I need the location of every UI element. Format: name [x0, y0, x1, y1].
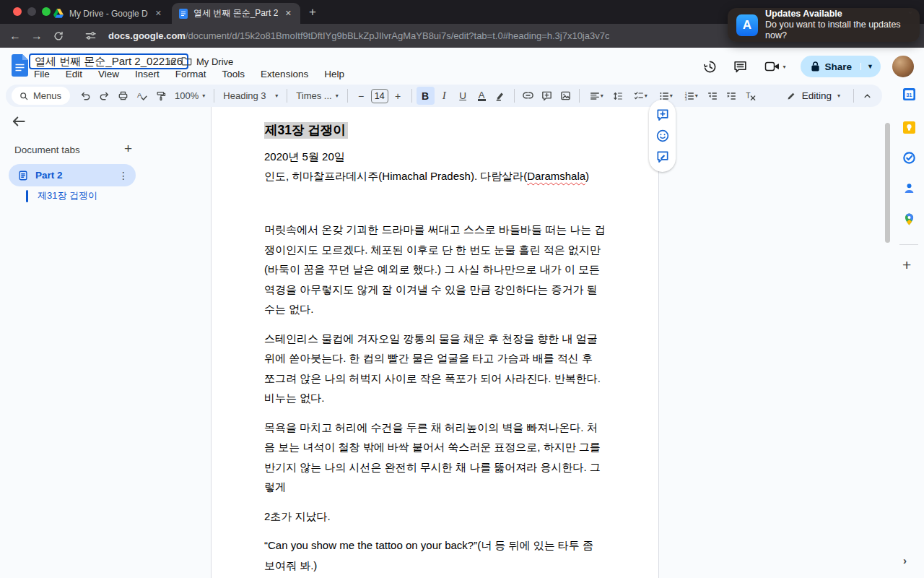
- reload-button[interactable]: [48, 30, 69, 42]
- italic-button[interactable]: I: [435, 87, 453, 105]
- font-size-value: 14: [375, 91, 385, 101]
- tab-document-icon: [17, 170, 29, 181]
- zoom-select[interactable]: 100%▾: [170, 87, 209, 105]
- menus-search-pill[interactable]: Menus: [12, 87, 70, 105]
- emoji-reaction-button[interactable]: [655, 129, 670, 143]
- new-tab-button[interactable]: +: [309, 7, 316, 18]
- doc-paragraph: 2초가 지났다.: [264, 506, 606, 527]
- styles-select[interactable]: Heading 3▾: [219, 87, 282, 105]
- doc-location-line: 인도, 히마찰프라데시주(Himachal Pradesh). 다람살라(Dar…: [264, 166, 606, 186]
- tab-close-icon[interactable]: ✕: [284, 9, 293, 18]
- add-comment-float-button[interactable]: [655, 108, 670, 122]
- hide-menus-button[interactable]: [858, 87, 876, 105]
- tab-title: 열세 번째 몬순_Part 2_022126: [193, 7, 278, 20]
- checklist-button[interactable]: ▾: [628, 87, 653, 105]
- bold-button[interactable]: B: [417, 87, 435, 105]
- hide-side-panel-icon[interactable]: ›: [903, 554, 907, 566]
- highlight-color-button[interactable]: [492, 87, 510, 105]
- add-comment-button[interactable]: [538, 87, 556, 105]
- contacts-icon[interactable]: [902, 181, 916, 195]
- tab-options-icon[interactable]: ⋮: [118, 170, 128, 181]
- undo-button[interactable]: [77, 87, 95, 105]
- document-page[interactable]: 제31장 겁쟁이 2020년 5월 20일 인도, 히마찰프라데시주(Himac…: [211, 107, 659, 578]
- minimize-window-button[interactable]: [27, 7, 36, 16]
- document-content[interactable]: 제31장 겁쟁이 2020년 5월 20일 인도, 히마찰프라데시주(Himac…: [212, 107, 658, 578]
- text-color-button[interactable]: A: [473, 87, 491, 105]
- numbered-list-button[interactable]: 123 ▾: [679, 87, 703, 105]
- print-button[interactable]: [114, 87, 132, 105]
- document-scrollbar[interactable]: [885, 123, 890, 243]
- underline-button[interactable]: U: [454, 87, 472, 105]
- side-panel-divider: [899, 244, 918, 245]
- tab-close-icon[interactable]: ✕: [154, 9, 163, 18]
- active-heading-indicator: [26, 190, 28, 202]
- forward-button[interactable]: →: [26, 30, 48, 43]
- account-avatar[interactable]: [892, 56, 914, 77]
- font-select[interactable]: Times ...▾: [292, 87, 342, 105]
- tab-docs-document[interactable]: 열세 번째 몬순_Part 2_022126 ✕: [172, 3, 300, 24]
- calendar-icon[interactable]: 31: [902, 87, 916, 101]
- menu-format[interactable]: Format: [175, 69, 206, 79]
- menu-extensions[interactable]: Extensions: [261, 69, 308, 79]
- document-title-input[interactable]: 열세 번째 몬순_Part 2_022126: [29, 53, 188, 69]
- menu-tools[interactable]: Tools: [222, 69, 245, 79]
- maps-icon[interactable]: [902, 212, 916, 226]
- paint-format-button[interactable]: [152, 87, 170, 105]
- video-call-dropdown-icon[interactable]: ▾: [783, 64, 786, 70]
- font-size-increase-button[interactable]: +: [389, 87, 407, 105]
- spellcheck-button[interactable]: A: [133, 87, 151, 105]
- notification-message: Do you want to install the updates now?: [765, 20, 911, 41]
- tab-my-drive[interactable]: My Drive - Google Drive ✕: [46, 3, 170, 24]
- share-button-main[interactable]: Share: [801, 61, 861, 72]
- macos-notification[interactable]: A Updates Available Do you want to insta…: [728, 8, 920, 42]
- menu-view[interactable]: View: [98, 69, 119, 79]
- menu-help[interactable]: Help: [324, 69, 344, 79]
- insert-link-button[interactable]: [519, 87, 537, 105]
- insert-image-button[interactable]: [557, 87, 575, 105]
- document-tab-part2[interactable]: Part 2 ⋮: [9, 164, 136, 186]
- url-path: /document/d/15k2o81BmoItf9tDftIYg9bBLkZp…: [186, 30, 610, 41]
- add-document-tab-button[interactable]: +: [124, 141, 132, 157]
- address-bar[interactable]: docs.google.com/document/d/15k2o81BmoItf…: [108, 30, 609, 41]
- font-size-input[interactable]: 14: [371, 89, 388, 103]
- docs-logo-icon[interactable]: [12, 54, 28, 77]
- app-store-icon: A: [736, 14, 758, 36]
- text-segment: 목욕을 마치고 허리에 수건을 두른 채 허리높이의 벽을 빠져나온다. 처음 …: [264, 421, 601, 493]
- clear-formatting-button[interactable]: T: [741, 87, 759, 105]
- menu-edit[interactable]: Edit: [66, 69, 82, 79]
- outline-heading-item[interactable]: 제31장 겁쟁이: [26, 189, 97, 203]
- share-dropdown-icon[interactable]: ▼: [860, 63, 881, 70]
- comments-icon[interactable]: [731, 57, 750, 76]
- doc-paragraphs: 머릿속에서 온갖 기괴한 드라마를 써대고 스스로 바들바들 떠는 나는 겁쟁이…: [264, 220, 606, 578]
- header-actions: ▾ Share ▼: [701, 56, 914, 77]
- location-prefix: in: [168, 56, 175, 67]
- video-call-icon[interactable]: ▾: [762, 57, 789, 76]
- selected-heading-text: 제31장 겁쟁이: [264, 122, 348, 139]
- menu-insert[interactable]: Insert: [135, 69, 160, 79]
- document-title-text: 열세 번째 몬순_Part 2_022126: [35, 55, 183, 69]
- tasks-icon[interactable]: [902, 151, 916, 165]
- line-spacing-button[interactable]: [609, 87, 627, 105]
- redo-button[interactable]: [95, 87, 113, 105]
- close-outline-button[interactable]: [11, 113, 27, 129]
- version-history-icon[interactable]: [701, 57, 720, 76]
- keep-icon[interactable]: [902, 121, 916, 134]
- align-button[interactable]: ▾: [584, 87, 609, 105]
- menu-file[interactable]: File: [34, 69, 50, 79]
- folder-icon[interactable]: [181, 56, 192, 66]
- increase-indent-button[interactable]: [723, 87, 741, 105]
- location-my-drive[interactable]: My Drive: [196, 56, 233, 67]
- close-window-button[interactable]: [13, 7, 22, 16]
- font-size-decrease-button[interactable]: −: [352, 87, 370, 105]
- decrease-indent-button[interactable]: [704, 87, 722, 105]
- url-host: docs.google.com: [108, 30, 186, 41]
- text-segment: 머릿속에서 온갖 기괴한 드라마를 써대고 스스로 바들바들 떠는 나는 겁쟁이…: [264, 223, 606, 315]
- get-addons-button[interactable]: +: [902, 256, 911, 274]
- share-button[interactable]: Share ▼: [801, 56, 881, 77]
- editing-mode-select[interactable]: Editing ▾: [777, 87, 849, 105]
- back-button[interactable]: ←: [4, 30, 26, 43]
- site-info-icon[interactable]: [79, 30, 101, 42]
- suggest-edits-button[interactable]: [655, 150, 670, 164]
- tab-title: My Drive - Google Drive: [69, 9, 148, 19]
- share-label: Share: [825, 61, 853, 72]
